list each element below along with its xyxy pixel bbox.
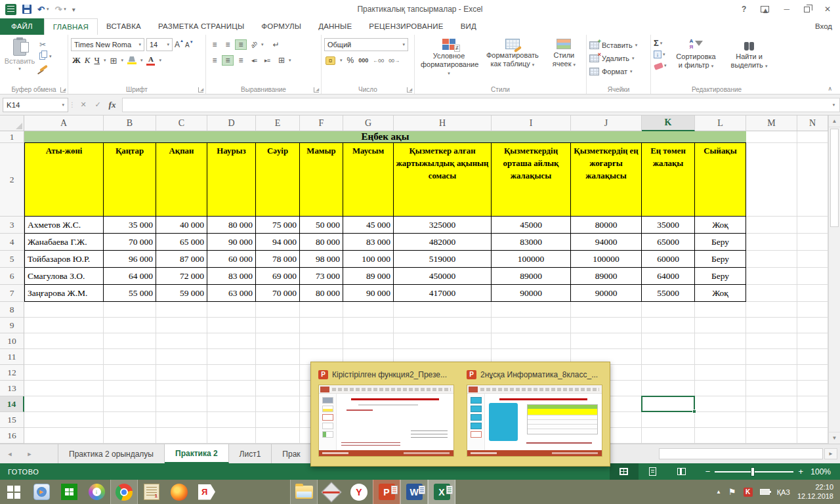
cell-B16[interactable] xyxy=(104,428,156,444)
cell-M4[interactable] xyxy=(746,234,797,251)
tab-view[interactable]: ВИД xyxy=(452,18,485,35)
cell-C3[interactable]: 40 000 xyxy=(156,217,207,234)
zoom-in-icon[interactable]: + xyxy=(798,467,803,476)
cell-D5[interactable]: 60 000 xyxy=(207,251,256,268)
cell-B7[interactable]: 55 000 xyxy=(104,285,156,302)
insert-function-icon[interactable]: fx xyxy=(105,100,119,110)
yandex-browser-button[interactable]: Y xyxy=(345,480,373,504)
header-cell-B2[interactable]: Қаңтар xyxy=(104,143,156,217)
merge-center-icon[interactable]: ⊞ xyxy=(276,55,287,66)
cell-A14[interactable] xyxy=(24,396,104,412)
cell-J3[interactable]: 80000 xyxy=(571,217,642,234)
cell-N15[interactable] xyxy=(797,412,828,428)
cell-L12[interactable] xyxy=(695,365,746,381)
header-cell-C2[interactable]: Ақпан xyxy=(156,143,207,217)
format-painter-icon[interactable] xyxy=(39,64,48,72)
column-header-H[interactable]: H xyxy=(394,116,492,131)
cell-E5[interactable]: 78 000 xyxy=(256,251,300,268)
cell-K6[interactable]: 64000 xyxy=(642,268,695,285)
cell-G6[interactable]: 89 000 xyxy=(343,268,394,285)
cell-H4[interactable]: 482000 xyxy=(394,234,492,251)
delete-cells-button[interactable]: ×Удалить▾ xyxy=(589,52,648,64)
cell-D7[interactable]: 63 000 xyxy=(207,285,256,302)
sheet-tab-praktika2[interactable]: Практика 2 xyxy=(165,444,229,463)
cell-K3[interactable]: 35000 xyxy=(642,217,695,234)
format-as-table-button[interactable]: Форматировать как таблицу ▾ xyxy=(483,37,542,77)
cell-L9[interactable] xyxy=(695,318,746,333)
cell-F6[interactable]: 73 000 xyxy=(300,268,343,285)
header-cell-F2[interactable]: Мамыр xyxy=(300,143,343,217)
paint-button[interactable] xyxy=(318,480,345,504)
cell-I9[interactable] xyxy=(492,318,571,333)
start-button[interactable] xyxy=(0,480,28,504)
cell-L15[interactable] xyxy=(695,412,746,428)
column-header-A[interactable]: A xyxy=(24,116,104,131)
cell-M1[interactable] xyxy=(746,131,797,143)
cell-C5[interactable]: 87 000 xyxy=(156,251,207,268)
cell-A15[interactable] xyxy=(24,412,104,428)
clipboard-dialog-launcher[interactable]: ◢ xyxy=(60,87,66,93)
collapse-ribbon-icon[interactable]: ∧ xyxy=(828,85,832,92)
zoom-level[interactable]: 100% xyxy=(810,467,840,476)
cut-icon[interactable]: ✂ xyxy=(39,40,46,49)
insert-cells-button[interactable]: +Вставить▾ xyxy=(589,39,648,51)
row-header-16[interactable]: 16 xyxy=(0,428,24,444)
sheet-prev-icon[interactable]: ◄ xyxy=(0,444,20,463)
cell-K5[interactable]: 60000 xyxy=(642,251,695,268)
cell-I10[interactable] xyxy=(492,333,571,349)
cell-D15[interactable] xyxy=(207,412,256,428)
decrease-indent-icon[interactable]: ◂≡ xyxy=(248,55,260,66)
cell-G8[interactable] xyxy=(343,302,394,318)
cell-K13[interactable] xyxy=(642,381,695,396)
align-right-icon[interactable]: ≡ xyxy=(235,55,247,66)
cell-A9[interactable] xyxy=(24,318,104,333)
decrease-decimal-icon[interactable]: 00→ xyxy=(388,58,400,64)
cell-C16[interactable] xyxy=(156,428,207,444)
redo-icon[interactable]: ↷ xyxy=(54,5,62,14)
active-cell-selection[interactable] xyxy=(641,396,695,412)
format-cells-button[interactable]: Формат▾ xyxy=(589,66,648,77)
cell-A13[interactable] xyxy=(24,381,104,396)
font-dialog-launcher[interactable]: ◢ xyxy=(198,87,203,93)
header-cell-L2[interactable]: Сыйақы xyxy=(695,143,746,217)
row-header-12[interactable]: 12 xyxy=(0,365,24,381)
conditional-formatting-button[interactable]: ≠ Условное форматирование ▾ xyxy=(417,37,480,77)
cell-M5[interactable] xyxy=(746,251,797,268)
cell-N6[interactable] xyxy=(797,268,828,285)
cell-E13[interactable] xyxy=(256,381,300,396)
cell-M8[interactable] xyxy=(746,302,797,318)
cell-L5[interactable]: Беру xyxy=(695,251,746,268)
align-top-icon[interactable]: ≡ xyxy=(209,39,220,50)
cell-I8[interactable] xyxy=(492,302,571,318)
organizer-button[interactable]: 1 xyxy=(138,480,165,504)
clock[interactable]: 22:10 12.12.2018 xyxy=(797,483,833,501)
tab-file[interactable]: ФАЙЛ xyxy=(0,18,44,35)
cell-M13[interactable] xyxy=(746,381,797,396)
cell-E3[interactable]: 75 000 xyxy=(256,217,300,234)
cell-H3[interactable]: 325000 xyxy=(394,217,492,234)
cell-C7[interactable]: 59 000 xyxy=(156,285,207,302)
cell-L3[interactable]: Жоқ xyxy=(695,217,746,234)
cell-D8[interactable] xyxy=(207,302,256,318)
column-header-L[interactable]: L xyxy=(695,116,746,131)
row-header-10[interactable]: 10 xyxy=(0,333,24,349)
cell-N7[interactable] xyxy=(797,285,828,302)
row-header-3[interactable]: 3 xyxy=(0,217,24,234)
find-select-button[interactable]: Найти и выделить ▾ xyxy=(726,37,773,70)
cell-I4[interactable]: 83000 xyxy=(492,234,571,251)
cell-I5[interactable]: 100000 xyxy=(492,251,571,268)
row-header-4[interactable]: 4 xyxy=(0,234,24,251)
column-header-J[interactable]: J xyxy=(571,116,642,131)
alignment-dialog-launcher[interactable]: ◢ xyxy=(314,87,319,93)
row-header-1[interactable]: 1 xyxy=(0,131,24,143)
cell-G10[interactable] xyxy=(343,333,394,349)
cell-F8[interactable] xyxy=(300,302,343,318)
zoom-out-icon[interactable]: − xyxy=(705,467,711,476)
cell-C12[interactable] xyxy=(156,365,207,381)
font-name-combobox[interactable]: Times New Roma▾ xyxy=(71,38,144,51)
cell-B8[interactable] xyxy=(104,302,156,318)
cell-J5[interactable]: 100000 xyxy=(571,251,642,268)
cell-D14[interactable] xyxy=(207,396,256,412)
underline-button[interactable]: Ч xyxy=(94,55,100,66)
scroll-down-icon[interactable]: ▼ xyxy=(829,432,840,444)
